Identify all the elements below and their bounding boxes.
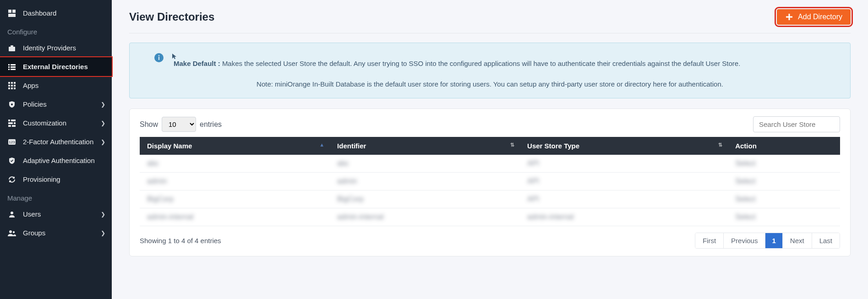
grid-icon — [7, 82, 16, 89]
add-directory-button[interactable]: Add Directory — [777, 9, 851, 25]
svg-rect-15 — [11, 85, 13, 87]
sidebar-item-groups[interactable]: Groups ❯ — [0, 223, 112, 242]
page-1-button[interactable]: 1 — [765, 233, 782, 248]
show-entries-control: Show 10 entries — [140, 117, 222, 132]
svg-rect-5 — [8, 64, 10, 65]
col-user-store-type[interactable]: User Store Type⇅ — [520, 137, 728, 155]
sidebar-item-identity-providers[interactable]: Identity Providers — [0, 38, 112, 57]
svg-rect-6 — [11, 64, 16, 65]
info-icon — [154, 53, 164, 62]
chevron-right-icon: ❯ — [101, 120, 105, 126]
search-input[interactable] — [753, 116, 840, 132]
cell-display-name: admin — [140, 173, 330, 190]
svg-rect-3 — [9, 47, 15, 51]
chevron-right-icon: ❯ — [101, 139, 105, 145]
sidebar-item-label: Apps — [23, 82, 38, 89]
page-size-select[interactable]: 10 — [162, 117, 196, 132]
page-title: View Directories — [129, 11, 214, 23]
svg-rect-4 — [11, 45, 13, 47]
svg-point-36 — [158, 55, 160, 56]
page-first-button[interactable]: First — [695, 233, 723, 248]
add-directory-label: Add Directory — [798, 13, 842, 21]
cell-display-name: abc — [140, 155, 330, 173]
sliders-icon — [7, 120, 16, 127]
sidebar-item-label: Policies — [23, 100, 47, 108]
sidebar-item-label: Provisioning — [23, 175, 60, 183]
svg-point-31 — [13, 231, 15, 233]
sidebar-item-label: 2-Factor Authentication — [23, 138, 93, 146]
svg-rect-24 — [14, 122, 16, 124]
cell-action[interactable]: Select — [728, 155, 840, 173]
sidebar: Dashboard Configure Identity Providers E… — [0, 0, 112, 299]
sidebar-item-adaptive-auth[interactable]: Adaptive Authentication — [0, 151, 112, 170]
cell-user-store-type: API — [520, 173, 728, 190]
cell-display-name: admin-internal — [140, 208, 330, 226]
sidebar-item-label: Dashboard — [23, 9, 56, 17]
list-icon — [7, 63, 16, 71]
svg-rect-26 — [12, 125, 16, 127]
page-last-button[interactable]: Last — [812, 233, 840, 248]
sidebar-item-label: External Directories — [23, 63, 88, 71]
sidebar-item-apps[interactable]: Apps — [0, 76, 112, 95]
info-body: Makes the selected User Store the defaul… — [222, 60, 740, 67]
svg-rect-33 — [786, 16, 792, 18]
svg-rect-2 — [8, 14, 16, 17]
sidebar-item-external-directories[interactable]: External Directories — [0, 57, 112, 76]
svg-rect-35 — [158, 57, 159, 60]
svg-rect-11 — [8, 82, 10, 84]
svg-rect-14 — [8, 85, 10, 87]
svg-rect-9 — [8, 69, 10, 70]
sidebar-item-label: Users — [23, 210, 41, 218]
sidebar-item-users[interactable]: Users ❯ — [0, 205, 112, 223]
sidebar-item-provisioning[interactable]: Provisioning — [0, 170, 112, 189]
col-display-name[interactable]: Display Name▲ — [140, 137, 330, 155]
sidebar-item-label: Adaptive Authentication — [23, 157, 95, 164]
sidebar-item-label: Customization — [23, 119, 66, 127]
sidebar-section-configure: Configure — [0, 22, 112, 38]
chevron-right-icon: ❯ — [101, 230, 105, 236]
user-icon — [7, 211, 16, 218]
svg-rect-12 — [11, 82, 13, 84]
table-info: Showing 1 to 4 of 4 entries — [140, 237, 221, 245]
dashboard-icon — [7, 10, 16, 17]
col-identifier[interactable]: Identifier⇅ — [330, 137, 520, 155]
cell-user-store-type: API — [520, 190, 728, 208]
sidebar-item-2fa[interactable]: 123 2-Factor Authentication ❯ — [0, 132, 112, 151]
sidebar-item-policies[interactable]: Policies ❯ — [0, 95, 112, 114]
svg-point-30 — [9, 230, 12, 233]
numbers-icon: 123 — [7, 139, 16, 145]
svg-rect-21 — [8, 120, 10, 121]
cell-user-store-type: API — [520, 155, 728, 173]
info-banner: Make Default : Makes the selected User S… — [129, 43, 851, 98]
cell-action[interactable]: Select — [728, 190, 840, 208]
shield-icon — [7, 101, 16, 108]
page-header: View Directories Add Directory — [129, 9, 851, 33]
sync-icon — [7, 176, 16, 183]
cell-action[interactable]: Select — [728, 173, 840, 190]
svg-rect-7 — [8, 66, 10, 68]
sidebar-item-customization[interactable]: Customization ❯ — [0, 114, 112, 132]
page-next-button[interactable]: Next — [782, 233, 812, 248]
info-note: Note: miniOrange In-Built Database is th… — [154, 80, 825, 88]
pagination: First Previous 1 Next Last — [695, 233, 840, 249]
cell-identifier: admin — [330, 173, 520, 190]
info-lead: Make Default : — [174, 60, 220, 67]
main-content: View Directories Add Directory Make Defa… — [112, 0, 868, 299]
sidebar-item-dashboard[interactable]: Dashboard — [0, 4, 112, 22]
svg-rect-16 — [14, 85, 16, 87]
table-row: admin admin API Select — [140, 173, 840, 190]
cell-action[interactable]: Select — [728, 208, 840, 226]
svg-point-29 — [11, 212, 13, 214]
sidebar-item-label: Groups — [23, 229, 45, 237]
table-row: BigCorp BigCorp API Select — [140, 190, 840, 208]
table-row: abc abc API Select — [140, 155, 840, 173]
svg-text:123: 123 — [9, 140, 15, 144]
svg-rect-1 — [12, 10, 16, 13]
directories-table: Display Name▲ Identifier⇅ User Store Typ… — [140, 137, 840, 226]
page-previous-button[interactable]: Previous — [723, 233, 765, 248]
cell-display-name: BigCorp — [140, 190, 330, 208]
sidebar-section-manage: Manage — [0, 189, 112, 205]
svg-rect-8 — [11, 66, 16, 68]
sidebar-item-label: Identity Providers — [23, 44, 76, 52]
svg-rect-17 — [8, 87, 10, 89]
